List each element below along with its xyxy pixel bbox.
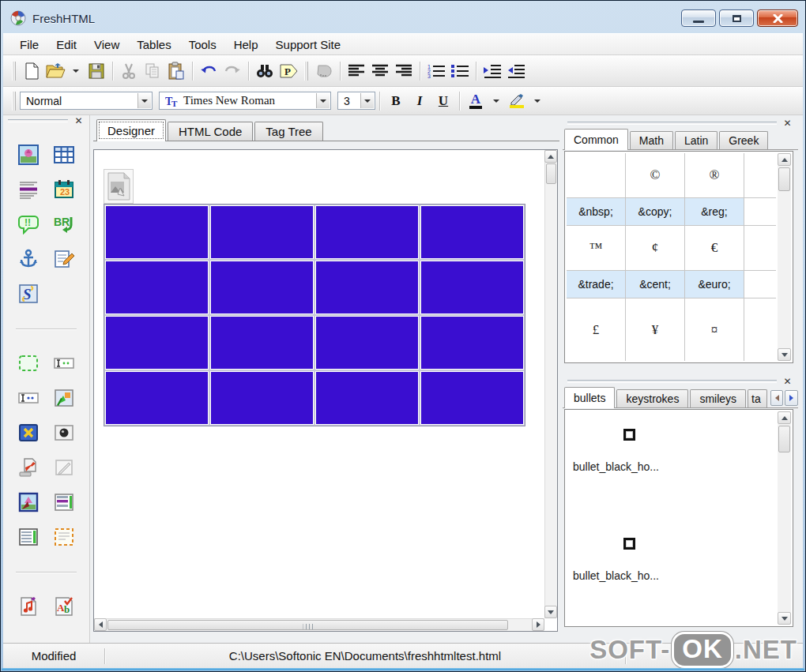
table-cell[interactable]	[420, 316, 524, 370]
multimedia-button[interactable]	[16, 594, 41, 619]
table-cell[interactable]	[420, 205, 524, 259]
grip-handle[interactable]	[8, 119, 68, 122]
redo-button[interactable]	[220, 60, 244, 82]
grip-handle[interactable]	[567, 380, 777, 383]
table-cell[interactable]	[105, 261, 209, 314]
symbols-panel-close-icon[interactable]: ✕	[782, 118, 793, 130]
underline-button[interactable]: U	[431, 90, 455, 112]
minimize-button[interactable]	[681, 9, 716, 27]
broken-image-placeholder[interactable]	[104, 169, 134, 204]
bullet-item-label[interactable]: bullet_black_ho...	[573, 460, 659, 473]
table-cell[interactable]	[105, 316, 209, 370]
bold-button[interactable]: B	[384, 90, 408, 112]
symbols-panel-grip[interactable]: ✕	[563, 118, 798, 129]
push-button-button[interactable]	[16, 420, 41, 445]
symbol-cell[interactable]: ™	[567, 226, 625, 270]
toolbar-grip[interactable]	[304, 62, 308, 81]
menu-tools[interactable]: Tools	[180, 35, 225, 54]
highlight-dropdown-button[interactable]	[529, 90, 546, 112]
entity-cell[interactable]: &reg;	[685, 198, 744, 225]
scroll-up-button[interactable]	[778, 411, 791, 424]
scroll-left-button[interactable]	[94, 618, 107, 631]
table-cell[interactable]	[210, 371, 314, 425]
close-button[interactable]	[757, 9, 798, 27]
style-combobox[interactable]: Normal	[20, 92, 153, 110]
maximize-button[interactable]	[719, 9, 754, 27]
horizontal-rule-button[interactable]	[16, 177, 41, 202]
menu-support-site[interactable]: Support Site	[267, 35, 350, 54]
find-button[interactable]	[253, 60, 277, 82]
new-document-button[interactable]	[20, 60, 43, 82]
tab-truncated[interactable]: ta	[748, 389, 767, 407]
tab-keystrokes[interactable]: keystrokes	[616, 389, 688, 407]
font-color-button[interactable]: A	[464, 90, 488, 112]
text-field-button[interactable]	[51, 351, 77, 376]
tab-designer[interactable]: Designer	[96, 119, 166, 141]
entity-cell[interactable]: &trade;	[567, 271, 625, 298]
table-cell[interactable]	[105, 371, 209, 425]
toolbar-grip[interactable]	[12, 62, 16, 81]
entity-cell[interactable]: &cent;	[626, 271, 684, 298]
tab-latin[interactable]: Latin	[675, 131, 717, 149]
edit-form-button[interactable]	[51, 246, 77, 272]
tab-tag-tree[interactable]: Tag Tree	[254, 122, 322, 141]
text-area-button[interactable]	[51, 524, 77, 550]
scroll-thumb[interactable]	[546, 163, 556, 184]
font-size-dropdown-button[interactable]	[360, 93, 374, 108]
tab-smileys[interactable]: smileys	[690, 389, 746, 407]
tab-math[interactable]: Math	[630, 131, 673, 149]
table-cell[interactable]	[420, 371, 524, 425]
spell-check-button[interactable]: A b	[51, 594, 77, 619]
combo-box-button[interactable]	[51, 490, 77, 515]
undo-button[interactable]	[197, 60, 220, 82]
font-color-dropdown-button[interactable]	[488, 90, 505, 112]
open-dropdown-button[interactable]	[67, 60, 85, 82]
menu-help[interactable]: Help	[225, 35, 267, 54]
line-break-button[interactable]: BR	[51, 212, 77, 237]
scroll-thumb[interactable]	[778, 167, 790, 191]
scroll-up-button[interactable]	[544, 150, 557, 163]
canvas-vertical-scrollbar[interactable]	[544, 150, 557, 618]
menu-tables[interactable]: Tables	[128, 35, 179, 54]
symbol-cell[interactable]: £	[567, 298, 625, 361]
copy-button[interactable]	[141, 60, 164, 82]
style-dropdown-button[interactable]	[137, 93, 151, 108]
designer-canvas[interactable]	[94, 150, 544, 618]
menu-view[interactable]: View	[85, 35, 128, 54]
font-combobox[interactable]: T T Times New Roman	[159, 92, 331, 110]
table-cell[interactable]	[105, 205, 209, 259]
table-cell[interactable]	[420, 261, 524, 314]
entity-cell[interactable]: &copy;	[626, 198, 684, 225]
sidebar-close-icon[interactable]: ✕	[73, 115, 85, 127]
symbol-cell[interactable]: ¢	[626, 226, 684, 270]
scroll-down-button[interactable]	[544, 606, 557, 618]
bulleted-list-button[interactable]	[448, 60, 472, 82]
entity-cell[interactable]: &euro;	[685, 271, 744, 298]
submit-button-button[interactable]	[16, 455, 41, 480]
scroll-up-button[interactable]	[778, 153, 791, 166]
table-cell[interactable]	[315, 205, 419, 259]
image-button-button[interactable]	[51, 385, 77, 411]
font-size-combobox[interactable]: 3	[337, 92, 375, 110]
scroll-down-button[interactable]	[778, 348, 791, 361]
font-dropdown-button[interactable]	[316, 93, 330, 108]
open-file-button[interactable]	[43, 60, 67, 82]
insert-script-button[interactable]: S	[16, 281, 41, 306]
scroll-down-button[interactable]	[778, 612, 791, 625]
table-cell[interactable]	[315, 371, 419, 425]
symbol-cell[interactable]: ©	[626, 153, 684, 197]
bullet-item-label[interactable]: bullet_black_ho...	[573, 569, 659, 582]
canvas-horizontal-scrollbar[interactable]	[94, 618, 544, 631]
symbol-cell[interactable]	[567, 153, 625, 197]
align-left-button[interactable]	[345, 60, 368, 82]
form-button[interactable]	[16, 351, 41, 376]
table-cell[interactable]	[315, 261, 419, 314]
anchor-button[interactable]	[16, 246, 41, 272]
list-box-button[interactable]	[16, 524, 41, 550]
insert-object-button[interactable]	[312, 60, 336, 82]
tab-common[interactable]: Common	[564, 129, 628, 150]
bullet-item-icon[interactable]	[623, 538, 635, 550]
menu-edit[interactable]: Edit	[47, 35, 85, 54]
html-table[interactable]	[104, 204, 525, 426]
italic-button[interactable]: I	[408, 90, 431, 112]
